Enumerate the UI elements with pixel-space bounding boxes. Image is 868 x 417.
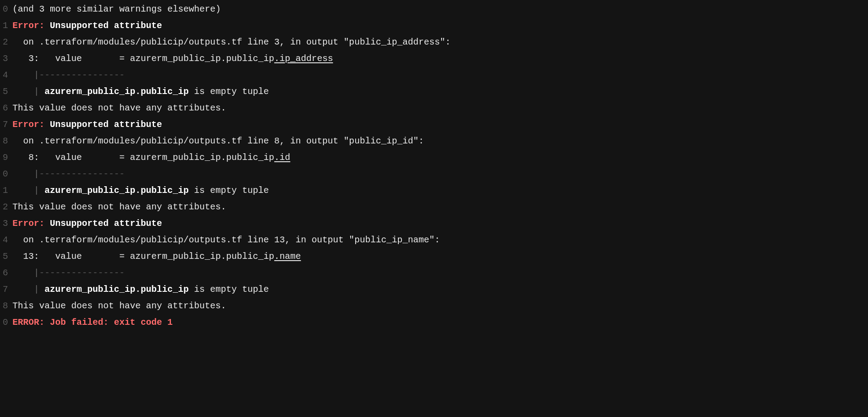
log-segment: Unsupported attribute: [50, 218, 162, 229]
log-line: 2This value does not have any attributes…: [0, 199, 868, 215]
terminal-output: 0(and 3 more similar warnings elsewhere)…: [0, 0, 868, 331]
log-segment: on .terraform/modules/publicip/outputs.t…: [12, 136, 424, 146]
line-content: | azurerm_public_ip.public_ip is empty t…: [12, 281, 868, 298]
log-segment: [12, 284, 34, 294]
line-number: 4: [0, 232, 12, 248]
line-number: 0: [0, 1, 12, 17]
line-content: ERROR: Job failed: exit code 1: [12, 314, 868, 331]
log-segment: .name: [274, 251, 301, 262]
log-line: 7 | azurerm_public_ip.public_ip is empty…: [0, 281, 868, 298]
line-number: 6: [0, 265, 12, 281]
log-segment: ERROR: Job failed: exit code 1: [12, 317, 173, 327]
log-segment: Error:: [12, 119, 50, 130]
line-content: on .terraform/modules/publicip/outputs.t…: [12, 34, 868, 50]
log-line: 3Error: Unsupported attribute: [0, 215, 868, 232]
log-line: 1 | azurerm_public_ip.public_ip is empty…: [0, 182, 868, 199]
log-segment: ----------------: [39, 70, 125, 80]
line-number: 0: [0, 166, 12, 182]
log-line: 1Error: Unsupported attribute: [0, 17, 868, 34]
log-line: 5 13: value = azurerm_public_ip.public_i…: [0, 248, 868, 265]
line-content: |----------------: [12, 67, 868, 83]
log-segment: [12, 169, 34, 179]
log-segment: on .terraform/modules/publicip/outputs.t…: [12, 37, 450, 47]
log-segment: |: [34, 169, 39, 179]
log-segment: azurerm_public_ip.public_ip: [45, 86, 189, 97]
log-segment: Unsupported attribute: [50, 20, 162, 31]
line-content: 13: value = azurerm_public_ip.public_ip.…: [12, 248, 868, 265]
line-content: This value does not have any attributes.: [12, 199, 868, 215]
log-segment: on .terraform/modules/publicip/outputs.t…: [12, 235, 440, 245]
log-line: 6This value does not have any attributes…: [0, 100, 868, 116]
log-segment: |: [34, 185, 45, 196]
line-number: 8: [0, 298, 12, 314]
line-content: This value does not have any attributes.: [12, 100, 868, 116]
line-number: 9: [0, 149, 12, 166]
log-segment: 13: value = azurerm_public_ip.public_ip: [12, 251, 274, 262]
log-segment: Unsupported attribute: [50, 119, 162, 130]
line-content: (and 3 more similar warnings elsewhere): [12, 1, 868, 17]
log-segment: (and 3 more similar warnings elsewhere): [12, 4, 221, 14]
log-line: 2 on .terraform/modules/publicip/outputs…: [0, 34, 868, 50]
line-content: 8: value = azurerm_public_ip.public_ip.i…: [12, 149, 868, 166]
log-segment: Error:: [12, 218, 50, 229]
line-number: 1: [0, 17, 12, 34]
log-segment: ----------------: [39, 169, 125, 179]
log-segment: Error:: [12, 20, 50, 31]
log-segment: [12, 268, 34, 278]
log-segment: This value does not have any attributes.: [12, 301, 226, 311]
line-number: 2: [0, 199, 12, 215]
log-segment: [12, 70, 34, 80]
line-content: Error: Unsupported attribute: [12, 116, 868, 133]
log-line: 0ERROR: Job failed: exit code 1: [0, 314, 868, 331]
log-segment: |: [34, 284, 45, 294]
log-line: 4 |----------------: [0, 67, 868, 83]
log-segment: |: [34, 86, 45, 97]
line-number: 5: [0, 248, 12, 265]
line-number: 4: [0, 67, 12, 83]
log-line: 5 | azurerm_public_ip.public_ip is empty…: [0, 83, 868, 100]
log-line: 8This value does not have any attributes…: [0, 298, 868, 314]
log-segment: azurerm_public_ip.public_ip: [45, 185, 189, 196]
line-content: |----------------: [12, 166, 868, 182]
log-segment: is empty tuple: [189, 284, 269, 294]
log-line: 6 |----------------: [0, 265, 868, 281]
line-content: | azurerm_public_ip.public_ip is empty t…: [12, 83, 868, 100]
line-content: Error: Unsupported attribute: [12, 215, 868, 232]
log-segment: is empty tuple: [189, 185, 269, 196]
line-number: 3: [0, 50, 12, 67]
line-number: 5: [0, 83, 12, 100]
log-line: 0 |----------------: [0, 166, 868, 182]
line-number: 2: [0, 34, 12, 50]
line-number: 0: [0, 314, 12, 331]
line-number: 6: [0, 100, 12, 116]
line-content: | azurerm_public_ip.public_ip is empty t…: [12, 182, 868, 199]
line-number: 7: [0, 281, 12, 298]
line-content: on .terraform/modules/publicip/outputs.t…: [12, 133, 868, 149]
log-segment: 3: value = azurerm_public_ip.public_ip: [12, 53, 274, 64]
log-line: 0(and 3 more similar warnings elsewhere): [0, 1, 868, 17]
log-segment: |: [34, 268, 39, 278]
log-segment: is empty tuple: [189, 86, 269, 97]
line-number: 1: [0, 182, 12, 199]
log-line: 4 on .terraform/modules/publicip/outputs…: [0, 232, 868, 248]
line-content: |----------------: [12, 265, 868, 281]
log-segment: ----------------: [39, 268, 125, 278]
log-line: 3 3: value = azurerm_public_ip.public_ip…: [0, 50, 868, 67]
line-number: 3: [0, 215, 12, 232]
log-segment: This value does not have any attributes.: [12, 202, 226, 212]
log-line: 7Error: Unsupported attribute: [0, 116, 868, 133]
line-number: 7: [0, 116, 12, 133]
log-segment: 8: value = azurerm_public_ip.public_ip: [12, 152, 274, 163]
log-line: 9 8: value = azurerm_public_ip.public_ip…: [0, 149, 868, 166]
log-segment: [12, 86, 34, 97]
line-content: 3: value = azurerm_public_ip.public_ip.i…: [12, 50, 868, 67]
log-line: 8 on .terraform/modules/publicip/outputs…: [0, 133, 868, 149]
log-segment: [12, 185, 34, 196]
line-content: Error: Unsupported attribute: [12, 17, 868, 34]
log-segment: azurerm_public_ip.public_ip: [45, 284, 189, 294]
log-segment: .ip_address: [274, 53, 333, 64]
line-number: 8: [0, 133, 12, 149]
line-content: This value does not have any attributes.: [12, 298, 868, 314]
line-content: on .terraform/modules/publicip/outputs.t…: [12, 232, 868, 248]
log-segment: This value does not have any attributes.: [12, 103, 226, 113]
